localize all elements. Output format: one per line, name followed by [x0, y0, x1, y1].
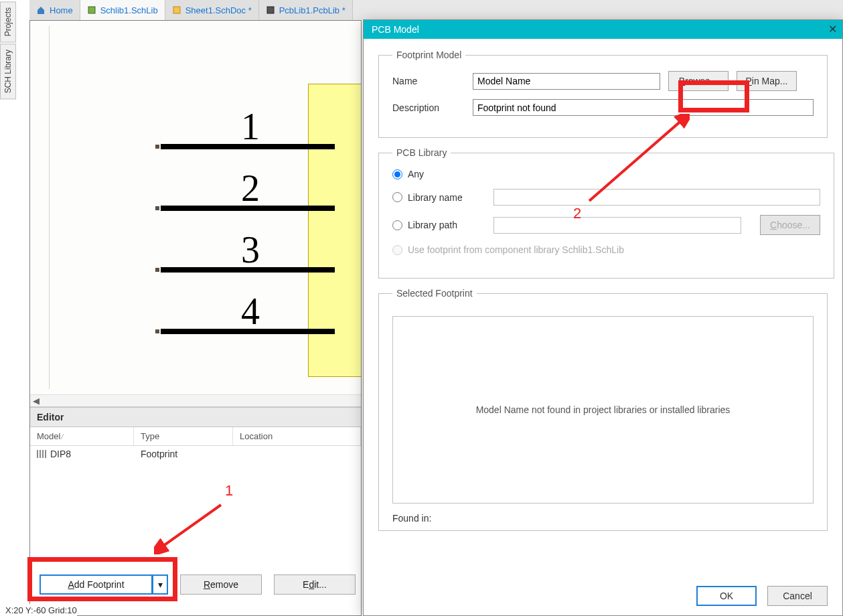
pin-2-number: 2 [241, 167, 260, 210]
col-type[interactable]: Type [134, 427, 233, 445]
add-footprint-button[interactable]: Add Footprint [40, 574, 152, 595]
libname-input[interactable] [493, 189, 820, 206]
col-location[interactable]: Location [233, 427, 361, 445]
side-tabs: Projects SCH Library [0, 1, 17, 101]
pin-line [161, 144, 335, 149]
add-footprint-label: dd Footprint [74, 579, 125, 590]
found-in-label: Found in: [392, 513, 814, 524]
schematic-canvas[interactable]: 1 2 3 4 [30, 21, 361, 394]
col-model[interactable]: Model⁄ [30, 427, 134, 445]
ok-button[interactable]: OK [696, 586, 757, 606]
side-tab-projects[interactable]: Projects [0, 1, 16, 42]
svg-rect-2 [267, 7, 274, 13]
libname-label: Library name [408, 192, 475, 203]
pin-line [161, 267, 335, 273]
side-tab-schlibrary[interactable]: SCH Library [0, 44, 16, 99]
description-label: Description [392, 102, 473, 113]
canvas-margin-line [49, 26, 50, 389]
doc-tabs: Home Schlib1.SchLib Sheet1.SchDoc * PcbL… [29, 0, 843, 20]
choose-button: Choose... [760, 215, 820, 235]
chevron-down-icon: ▾ [158, 579, 163, 590]
selected-footprint-legend: Selected Footprint [392, 288, 477, 299]
name-input[interactable] [473, 73, 660, 90]
pinmap-button[interactable]: Pin Map... [737, 71, 797, 91]
horizontal-scrollbar[interactable]: ◀ [30, 394, 361, 406]
tab-home-label: Home [50, 5, 73, 15]
selected-footprint-group: Selected Footprint Model Name not found … [378, 288, 828, 531]
notfound-text: Model Name not found in project librarie… [476, 404, 731, 415]
pin-line [161, 329, 335, 334]
footprint-icon [37, 450, 46, 458]
libpath-radio[interactable] [392, 220, 402, 230]
cell-type: Footprint [141, 449, 240, 459]
pcb-library-group: PCB Library Any Library name Library pat… [378, 147, 834, 279]
tab-schlib[interactable]: Schlib1.SchLib [80, 0, 165, 20]
editor-button-bar: Add Footprint ▾ Remove Edit... [40, 568, 356, 601]
pcb-library-legend: PCB Library [392, 147, 451, 158]
dialog-title: PCB Model [372, 24, 419, 35]
cancel-button[interactable]: Cancel [767, 586, 828, 606]
tab-schlib-label: Schlib1.SchLib [100, 5, 158, 15]
usefrom-radio [392, 245, 402, 255]
edit-button[interactable]: Edit... [274, 574, 356, 595]
libpath-label: Library path [408, 220, 475, 230]
pin-4-number: 4 [241, 290, 260, 333]
svg-rect-1 [173, 7, 180, 13]
name-label: Name [392, 76, 473, 86]
pin-endpoint [155, 329, 159, 333]
pin-endpoint [155, 145, 159, 149]
svg-rect-0 [88, 7, 95, 13]
editor-panel: Editor Model⁄ Type Location DIP8 Footpri… [30, 406, 361, 462]
editor-col-headers: Model⁄ Type Location [30, 427, 361, 446]
col-model-label: Model [37, 431, 60, 441]
home-icon [36, 5, 46, 15]
pin-endpoint [155, 268, 159, 272]
dialog-titlebar[interactable]: PCB Model ✕ [364, 20, 842, 39]
libpath-input[interactable] [493, 217, 741, 234]
description-input[interactable] [473, 99, 814, 116]
pcblib-icon [266, 5, 275, 15]
dialog-body: Footprint Model Name Browse... Pin Map..… [364, 39, 842, 574]
tab-pcblib-label: PcbLib1.PcbLib * [279, 5, 346, 15]
cell-model: DIP8 [50, 449, 141, 459]
pin-3-number: 3 [241, 228, 260, 271]
footprint-model-legend: Footprint Model [392, 50, 465, 60]
pin-endpoint [155, 206, 159, 210]
add-footprint-split: Add Footprint ▾ [40, 574, 168, 595]
schlib-icon [87, 5, 96, 15]
workspace: 1 2 3 4 ◀ Editor Model⁄ Type Loca [29, 20, 362, 616]
pin-line [161, 206, 335, 211]
any-radio[interactable] [392, 169, 402, 179]
tab-pcblib[interactable]: PcbLib1.PcbLib * [259, 0, 353, 20]
libname-radio[interactable] [392, 192, 402, 202]
dialog-footer: OK Cancel [696, 586, 828, 606]
editor-tab[interactable]: Editor [30, 408, 361, 427]
footprint-model-group: Footprint Model Name Browse... Pin Map..… [378, 50, 828, 138]
footprint-preview: Model Name not found in project librarie… [392, 316, 814, 504]
tab-sheet[interactable]: Sheet1.SchDoc * [165, 0, 259, 20]
tab-home[interactable]: Home [29, 0, 80, 20]
tab-sheet-label: Sheet1.SchDoc * [185, 5, 252, 15]
remove-button[interactable]: Remove [180, 574, 262, 595]
editor-row[interactable]: DIP8 Footprint [30, 446, 361, 462]
close-icon[interactable]: ✕ [828, 23, 837, 35]
browse-button[interactable]: Browse... [668, 71, 729, 91]
add-footprint-dropdown[interactable]: ▾ [152, 574, 168, 595]
scroll-left-icon[interactable]: ◀ [30, 395, 42, 407]
sort-icon: ⁄ [62, 433, 63, 441]
sheet-icon [172, 5, 181, 15]
usefrom-label: Use footprint from component library Sch… [408, 244, 624, 255]
any-label: Any [408, 169, 424, 179]
pin-1-number: 1 [241, 105, 260, 148]
status-bar: X:20 Y:-60 Grid:10 [0, 604, 77, 616]
pcb-model-dialog: PCB Model ✕ Footprint Model Name Browse.… [363, 19, 843, 616]
